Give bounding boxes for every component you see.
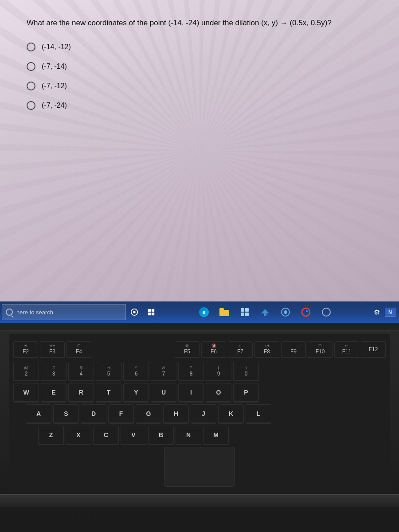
key-f3[interactable]: ☀+ F3 xyxy=(40,341,65,358)
key-n[interactable]: N xyxy=(176,426,201,445)
option-c-text: (-7, -12) xyxy=(42,82,67,90)
search-icon xyxy=(6,309,13,316)
cortana-button[interactable] xyxy=(126,304,143,321)
option-a[interactable]: (-14, -12) xyxy=(27,43,372,51)
svg-rect-3 xyxy=(152,309,154,312)
key-8[interactable]: * 8 xyxy=(178,362,204,381)
key-f2[interactable]: ☀ F2 xyxy=(13,341,38,358)
empty-circle-icon xyxy=(321,307,331,317)
key-2[interactable]: @ 2 xyxy=(13,362,39,381)
task-view-button[interactable] xyxy=(143,304,160,321)
key-w[interactable]: W xyxy=(13,383,39,403)
laptop-base xyxy=(0,494,399,507)
tiles-icon-button[interactable] xyxy=(236,303,254,321)
edge-icon-button[interactable]: e xyxy=(195,303,213,321)
key-f8[interactable]: ◁+ F8 xyxy=(254,341,279,358)
task-view-icon xyxy=(147,308,155,316)
taskbar: here to search e xyxy=(0,301,399,323)
option-b[interactable]: (-7, -14) xyxy=(27,62,372,71)
key-6[interactable]: ^ 6 xyxy=(123,362,149,381)
num-row: @ 2 # 3 $ 4 % 5 ^ 6 & 7 xyxy=(13,362,386,381)
folder-icon xyxy=(219,308,229,316)
key-x[interactable]: X xyxy=(66,426,91,445)
keyboard: ☀ F2 ☀+ F3 ⊟ F4 ⊠ F5 🔇 F6 ◁- F7 xyxy=(9,334,390,494)
touchpad[interactable] xyxy=(164,447,235,487)
key-7[interactable]: & 7 xyxy=(151,362,176,381)
taskbar-search[interactable]: here to search xyxy=(2,304,126,320)
settings-tray-icon[interactable]: ⚙ xyxy=(371,306,383,318)
option-b-text: (-7, -14) xyxy=(42,63,67,70)
key-f5[interactable]: ⊠ F5 xyxy=(175,341,200,358)
key-3[interactable]: # 3 xyxy=(41,362,66,381)
svg-point-8 xyxy=(284,310,287,314)
key-f6[interactable]: 🔇 F6 xyxy=(201,341,226,358)
key-y[interactable]: Y xyxy=(123,383,149,403)
key-b[interactable]: B xyxy=(148,426,174,445)
key-f12[interactable]: F12 xyxy=(361,341,386,358)
svg-rect-4 xyxy=(148,313,151,315)
option-d-text: (-7, -24) xyxy=(42,102,67,110)
svg-point-1 xyxy=(133,311,135,313)
empty-circle-button[interactable] xyxy=(317,303,335,321)
radio-b[interactable] xyxy=(27,62,35,71)
system-tray: ⚙ N xyxy=(371,306,395,318)
radio-c[interactable] xyxy=(27,82,35,90)
google-icon xyxy=(301,307,311,317)
option-d[interactable]: (-7, -24) xyxy=(27,101,372,110)
key-o[interactable]: O xyxy=(206,383,231,403)
key-g[interactable]: G xyxy=(136,404,161,424)
notification-badge[interactable]: N xyxy=(385,308,395,317)
key-f9[interactable]: ··· F9 xyxy=(281,341,306,358)
folder-icon-button[interactable] xyxy=(215,303,233,321)
key-r[interactable]: R xyxy=(68,383,94,403)
grid-icon xyxy=(241,308,249,316)
touchpad-row xyxy=(13,447,386,487)
svg-rect-5 xyxy=(152,313,154,315)
key-f10[interactable]: ⊡ F10 xyxy=(308,341,332,358)
key-f4[interactable]: ⊟ F4 xyxy=(66,341,91,358)
media-circle-icon xyxy=(281,307,290,317)
qwerty-row-2: A S D F G H J K L xyxy=(13,404,386,424)
radio-d[interactable] xyxy=(27,101,35,110)
svg-point-10 xyxy=(322,308,330,316)
key-s[interactable]: S xyxy=(53,404,79,424)
key-0[interactable]: ) 0 xyxy=(233,362,259,381)
key-l[interactable]: L xyxy=(246,404,271,424)
qwerty-row-3: Z X C V B N M xyxy=(13,426,386,445)
mail-icon xyxy=(260,307,270,317)
key-h[interactable]: H xyxy=(163,404,189,424)
key-e[interactable]: E xyxy=(41,383,66,403)
key-t[interactable]: T xyxy=(96,383,121,403)
key-p[interactable]: P xyxy=(233,383,259,403)
laptop-body: ☀ F2 ☀+ F3 ⊟ F4 ⊠ F5 🔇 F6 ◁- F7 xyxy=(0,323,399,532)
taskbar-app-icons: e xyxy=(160,303,371,321)
edge-e-icon: e xyxy=(203,309,206,315)
laptop-screen: What are the new coordinates of the poin… xyxy=(0,0,399,301)
gear-icon: ⚙ xyxy=(374,308,380,317)
option-c[interactable]: (-7, -12) xyxy=(27,82,372,90)
key-f11[interactable]: ↩ F11 xyxy=(334,341,359,358)
key-a[interactable]: A xyxy=(26,404,51,424)
fn-row: ☀ F2 ☀+ F3 ⊟ F4 ⊠ F5 🔇 F6 ◁- F7 xyxy=(13,341,386,358)
media-icon-button[interactable] xyxy=(277,303,294,321)
key-5[interactable]: % 5 xyxy=(96,362,121,381)
key-f[interactable]: F xyxy=(108,404,134,424)
bezel-top xyxy=(0,323,399,331)
key-c[interactable]: C xyxy=(93,426,119,445)
key-f7[interactable]: ◁- F7 xyxy=(228,341,253,358)
key-m[interactable]: M xyxy=(203,426,229,445)
option-a-text: (-14, -12) xyxy=(42,43,71,51)
key-4[interactable]: $ 4 xyxy=(68,362,94,381)
key-u[interactable]: U xyxy=(151,383,176,403)
key-v[interactable]: V xyxy=(121,426,146,445)
mail-icon-button[interactable] xyxy=(256,303,274,321)
key-z[interactable]: Z xyxy=(38,426,64,445)
key-d[interactable]: D xyxy=(81,404,106,424)
key-j[interactable]: J xyxy=(191,404,216,424)
key-k[interactable]: K xyxy=(218,404,244,424)
search-text: here to search xyxy=(16,309,53,316)
key-i[interactable]: I xyxy=(178,383,204,403)
key-9[interactable]: ( 9 xyxy=(206,362,231,381)
radio-a[interactable] xyxy=(27,43,35,51)
google-icon-button[interactable] xyxy=(297,303,315,321)
